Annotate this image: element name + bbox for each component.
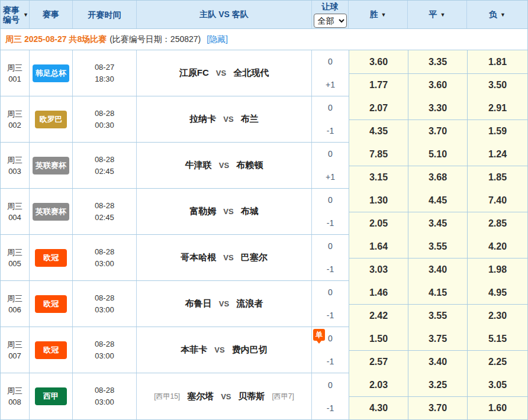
odds-win-line-2[interactable]: 3.03 xyxy=(349,258,408,281)
odds-lose-line-1[interactable]: 4.20 xyxy=(467,235,527,258)
odds-win-line-1[interactable]: 7.85 xyxy=(349,143,408,166)
league-cell: 英联赛杯 xyxy=(30,143,73,188)
odds-win-line-2[interactable]: 4.30 xyxy=(349,396,408,419)
league-badge[interactable]: 英联赛杯 xyxy=(33,157,69,175)
header-match-id[interactable]: 赛事编号 ▼ xyxy=(1,1,30,28)
match-number: 008 xyxy=(8,396,21,408)
handicap-line-2: -1 xyxy=(327,119,334,143)
odds-draw-line-1[interactable]: 5.10 xyxy=(408,143,467,166)
odds-draw-line-2[interactable]: 3.40 xyxy=(408,258,467,281)
match-row: 周三 005 欧冠 08-28 03:00 哥本哈根 VS 巴塞尔 0 -1 1… xyxy=(1,235,527,281)
draw-sort-caret-icon[interactable]: ▼ xyxy=(440,12,446,18)
handicap-filter-select[interactable]: 全部 xyxy=(314,14,347,28)
odds-win-line-2[interactable]: 1.77 xyxy=(349,73,408,96)
odds-draw-line-2[interactable]: 3.55 xyxy=(408,304,467,327)
odds-lose-line-2[interactable]: 2.25 xyxy=(467,350,527,373)
odds-draw-line-1[interactable]: 3.75 xyxy=(408,327,467,350)
odds-draw-line-2[interactable]: 3.60 xyxy=(408,73,467,96)
match-day: 周三 xyxy=(7,385,22,396)
odds-lose-line-2[interactable]: 2.85 xyxy=(467,212,527,235)
time-cell: 08-28 03:00 xyxy=(73,327,137,373)
league-badge[interactable]: 韩足总杯 xyxy=(33,64,69,82)
match-number: 006 xyxy=(8,304,21,315)
odds-win-line-1[interactable]: 3.60 xyxy=(349,50,408,73)
handicap-line-1: 0 xyxy=(328,189,333,212)
header-handicap-label: 让球 xyxy=(322,2,339,12)
odds-lose-line-1[interactable]: 1.81 xyxy=(467,50,527,73)
league-badge[interactable]: 英联赛杯 xyxy=(33,203,69,221)
odds-draw-line-1[interactable]: 3.30 xyxy=(408,96,467,119)
win-sort-caret-icon[interactable]: ▼ xyxy=(381,12,387,18)
odds-lose-line-2[interactable]: 1.59 xyxy=(467,119,527,143)
sort-caret-icon[interactable]: ▼ xyxy=(23,12,28,18)
odds-grid: 1.50 3.75 5.15 2.57 3.40 2.25 xyxy=(349,327,527,373)
odds-draw-line-1[interactable]: 3.55 xyxy=(408,235,467,258)
odds-lose-line-1[interactable]: 2.91 xyxy=(467,96,527,119)
time-cell: 08-28 02:45 xyxy=(73,143,137,188)
lose-sort-caret-icon[interactable]: ▼ xyxy=(500,12,506,18)
match-time: 03:00 xyxy=(95,350,114,362)
away-team: 费内巴切 xyxy=(232,344,268,356)
league-badge[interactable]: 欧冠 xyxy=(35,249,67,267)
odds-draw-line-2[interactable]: 3.40 xyxy=(408,350,467,373)
odds-win-line-2[interactable]: 2.42 xyxy=(349,304,408,327)
league-badge[interactable]: 欧冠 xyxy=(35,295,67,313)
league-cell: 西甲 xyxy=(30,373,73,419)
vs-label: VS xyxy=(216,69,226,77)
match-number: 001 xyxy=(8,73,21,85)
vs-label: VS xyxy=(221,392,231,401)
league-cell: 欧冠 xyxy=(30,327,73,373)
hide-link[interactable]: [隐藏] xyxy=(207,34,228,45)
odds-win-line-1[interactable]: 1.46 xyxy=(349,281,408,304)
match-row: 周三 006 欧冠 08-28 03:00 布鲁日 VS 流浪者 0 -1 1.… xyxy=(1,281,527,327)
match-row: 周三 003 英联赛杯 08-28 02:45 牛津联 VS 布赖顿 0 +1 … xyxy=(1,143,527,189)
odds-draw-line-2[interactable]: 3.70 xyxy=(408,396,467,419)
odds-lose-line-2[interactable]: 3.50 xyxy=(467,73,527,96)
odds-win-line-1[interactable]: 2.03 xyxy=(349,373,408,396)
odds-win-line-1[interactable]: 1.50 xyxy=(349,327,408,350)
match-number: 004 xyxy=(8,212,21,223)
odds-draw-line-1[interactable]: 4.45 xyxy=(408,189,467,212)
header-lose[interactable]: 负 ▼ xyxy=(467,1,527,28)
match-number: 003 xyxy=(8,166,21,177)
odds-draw-line-1[interactable]: 3.35 xyxy=(408,50,467,73)
match-time: 03:00 xyxy=(95,258,114,270)
single-bet-badge: 单 xyxy=(313,329,325,341)
odds-win-line-2[interactable]: 4.35 xyxy=(349,119,408,143)
odds-lose-line-2[interactable]: 1.85 xyxy=(467,166,527,189)
table-header: 赛事编号 ▼ 赛事 开赛时间 主队 VS 客队 让球 全部 胜 ▼ 平 ▼ 负 … xyxy=(1,1,527,29)
odds-win-line-1[interactable]: 1.64 xyxy=(349,235,408,258)
odds-lose-line-1[interactable]: 7.40 xyxy=(467,189,527,212)
odds-win-line-1[interactable]: 2.07 xyxy=(349,96,408,119)
league-badge[interactable]: 西甲 xyxy=(35,387,67,405)
header-draw[interactable]: 平 ▼ xyxy=(408,1,467,28)
match-date: 08-28 xyxy=(95,246,114,258)
odds-draw-line-1[interactable]: 3.25 xyxy=(408,373,467,396)
odds-draw-line-2[interactable]: 3.70 xyxy=(408,119,467,143)
header-win[interactable]: 胜 ▼ xyxy=(349,1,408,28)
odds-win-line-1[interactable]: 1.30 xyxy=(349,189,408,212)
odds-draw-line-1[interactable]: 4.15 xyxy=(408,281,467,304)
odds-win-line-2[interactable]: 2.57 xyxy=(349,350,408,373)
league-badge[interactable]: 欧冠 xyxy=(35,341,67,359)
odds-lose-line-2[interactable]: 1.98 xyxy=(467,258,527,281)
odds-lose-line-1[interactable]: 3.05 xyxy=(467,373,527,396)
match-date: 08-28 xyxy=(95,385,114,396)
odds-draw-line-2[interactable]: 3.45 xyxy=(408,212,467,235)
odds-win-line-2[interactable]: 2.05 xyxy=(349,212,408,235)
vs-label: VS xyxy=(223,253,233,262)
match-date: 08-27 xyxy=(95,62,114,73)
odds-lose-line-1[interactable]: 5.15 xyxy=(467,327,527,350)
teams-cell: 江原FC VS 全北现代 xyxy=(137,50,312,96)
teams-cell: 布鲁日 VS 流浪者 xyxy=(137,281,312,327)
odds-lose-line-1[interactable]: 4.95 xyxy=(467,281,527,304)
home-team: 哥本哈根 xyxy=(181,252,216,263)
home-rank: [西甲15] xyxy=(154,392,180,402)
odds-win-line-2[interactable]: 3.15 xyxy=(349,166,408,189)
match-day: 周三 xyxy=(7,62,22,73)
odds-lose-line-2[interactable]: 2.30 xyxy=(467,304,527,327)
odds-draw-line-2[interactable]: 3.68 xyxy=(408,166,467,189)
league-badge[interactable]: 欧罗巴 xyxy=(35,111,67,128)
odds-lose-line-1[interactable]: 1.24 xyxy=(467,143,527,166)
odds-lose-line-2[interactable]: 1.60 xyxy=(467,396,527,419)
